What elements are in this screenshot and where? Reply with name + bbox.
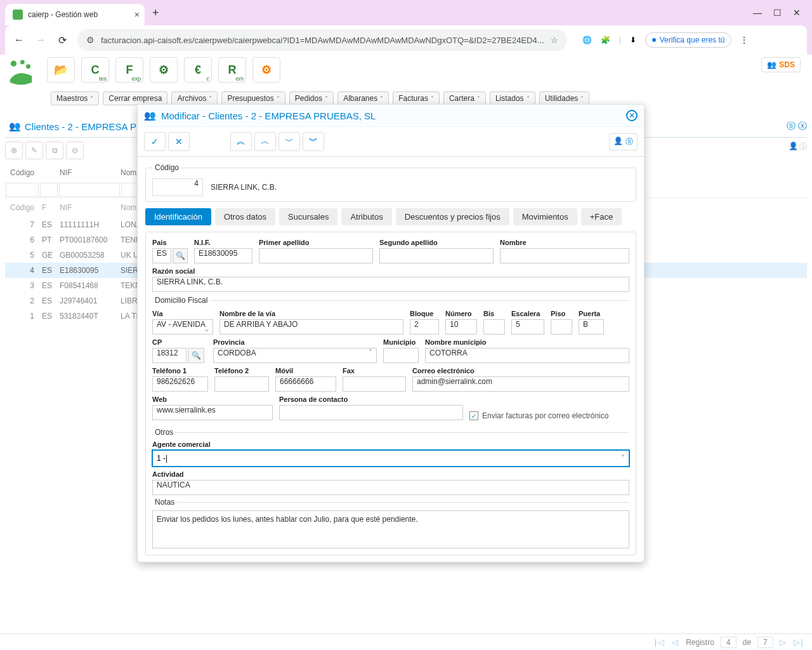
menu-facturas[interactable]: Facturas˅ xyxy=(393,91,440,105)
primer-apellido-input[interactable] xyxy=(259,248,373,263)
filter-pais[interactable] xyxy=(40,183,58,197)
maximize-icon[interactable]: ☐ xyxy=(773,8,782,18)
enviar-facturas-checkbox[interactable]: ✓Enviar facturas por correo electrónico xyxy=(469,411,608,420)
add-button[interactable]: ⊕ xyxy=(5,142,23,159)
url-bar[interactable]: ⚙ facturacion.api-caisoft.es/caierpweb/c… xyxy=(77,29,567,51)
municipio-input[interactable] xyxy=(383,348,419,363)
edit-button[interactable]: ✎ xyxy=(25,142,43,159)
numero-input[interactable]: 10 xyxy=(445,319,477,335)
cancel-button[interactable]: ✕ xyxy=(168,132,190,151)
via-select[interactable]: AV - AVENIDA˅ xyxy=(152,319,213,335)
app-logo-icon[interactable] xyxy=(5,57,37,88)
tab-sucursales[interactable]: Sucursales xyxy=(279,208,337,225)
tab-otros-datos[interactable]: Otros datos xyxy=(215,208,275,225)
download-icon[interactable]: ⬇ xyxy=(630,36,636,44)
kebab-menu-icon[interactable]: ⋮ xyxy=(740,36,748,44)
escalera-input[interactable]: 5 xyxy=(511,319,544,335)
movil-input[interactable]: 66666666 xyxy=(275,376,336,392)
ctes-button[interactable]: Ctes xyxy=(81,57,109,83)
web-input[interactable]: www.sierralink.es xyxy=(152,405,273,420)
close-window-icon[interactable]: ✕ xyxy=(793,8,801,18)
provincia-select[interactable]: CORDOBA˅ xyxy=(213,348,377,363)
piso-input[interactable] xyxy=(551,319,572,335)
tab-atributos[interactable]: Atributos xyxy=(341,208,391,225)
minimize-icon[interactable]: — xyxy=(753,8,762,18)
puerta-input[interactable]: B xyxy=(579,319,604,335)
razon-social-input[interactable]: SIERRA LINK, C.B. xyxy=(152,277,629,292)
menu-maestros[interactable]: Maestros˅ xyxy=(51,91,99,105)
last-button[interactable]: ︾ xyxy=(303,132,324,151)
tab--face[interactable]: +Face xyxy=(581,208,622,225)
tab-identificaci-n[interactable]: Identificación xyxy=(145,208,211,225)
reload-button[interactable]: ⟳ xyxy=(56,34,69,46)
close-bg-icon[interactable]: ⓧ xyxy=(798,121,807,132)
dialog-close-button[interactable]: ✕ xyxy=(626,110,638,121)
menu-archivos[interactable]: Archivos˅ xyxy=(171,91,218,105)
notas-textarea[interactable]: Enviar los pedidos los lunes, antes habl… xyxy=(152,510,629,548)
dialog-sds-badge[interactable]: 👤ⓢ xyxy=(609,133,638,150)
cp-search-button[interactable]: 🔍 xyxy=(188,348,204,363)
sds-small-icon[interactable]: ⓢ xyxy=(787,121,796,132)
nombre-municipio-input[interactable]: COTORRA xyxy=(425,348,629,363)
first-button[interactable]: ︽ xyxy=(230,132,252,151)
back-button[interactable]: ← xyxy=(13,34,25,46)
separator: | xyxy=(619,36,621,44)
bis-input[interactable] xyxy=(483,319,505,335)
menu-pedidos[interactable]: Pedidos˅ xyxy=(289,91,334,105)
extensions-icon[interactable]: 🧩 xyxy=(601,36,610,44)
config-button[interactable]: ⚙ xyxy=(252,57,280,83)
filter-codigo[interactable] xyxy=(6,183,39,197)
rem-button[interactable]: Rem xyxy=(218,57,246,83)
nif-input[interactable]: E18630095 xyxy=(194,248,252,263)
fexp-button[interactable]: Fexp xyxy=(115,57,143,83)
euro-button[interactable]: €c xyxy=(184,57,212,83)
prev-button[interactable]: ︿ xyxy=(254,132,276,151)
filter-nif[interactable] xyxy=(59,183,120,197)
open-button[interactable]: 📂 xyxy=(47,57,75,83)
pais-search-button[interactable]: 🔍 xyxy=(173,248,188,263)
nav-next-icon[interactable]: ▷ xyxy=(780,637,787,647)
pais-input[interactable]: ES xyxy=(152,248,171,263)
star-icon[interactable]: ☆ xyxy=(551,36,558,45)
menu-utilidades[interactable]: Utilidades˅ xyxy=(539,91,590,105)
nombre-via-input[interactable]: DE ARRIBA Y ABAJO xyxy=(219,319,403,335)
delete-button[interactable]: ⊖ xyxy=(66,142,84,159)
telefono1-input[interactable]: 986262626 xyxy=(152,376,208,392)
menu-listados[interactable]: Listados˅ xyxy=(490,91,535,105)
browser-tab[interactable]: caierp - Gestión web × xyxy=(5,4,145,25)
correo-input[interactable]: admin@sierralink.com xyxy=(412,376,629,392)
telefono2-input[interactable] xyxy=(214,376,269,392)
tab-descuentos-y-precios-fijos[interactable]: Descuentos y precios fijos xyxy=(396,208,509,225)
contacto-input[interactable] xyxy=(279,405,463,420)
actividad-input[interactable]: NAUTICA xyxy=(152,480,629,495)
tab-close-icon[interactable]: × xyxy=(134,10,140,20)
cp-input[interactable]: 18312 xyxy=(152,348,187,363)
forward-button[interactable]: → xyxy=(34,34,47,46)
dialog-toolbar: ✓ ✕ ︽ ︿ ﹀ ︾ 👤ⓢ xyxy=(138,127,644,157)
menu-presupuestos[interactable]: Presupuestos˅ xyxy=(221,91,285,105)
nav-first-icon[interactable]: |◁ xyxy=(655,637,665,647)
fax-input[interactable] xyxy=(343,376,406,392)
menu-albaranes[interactable]: Albaranes˅ xyxy=(337,91,389,105)
bloque-input[interactable]: 2 xyxy=(410,319,439,335)
agente-select[interactable]: 1 -|˅ xyxy=(152,450,629,467)
segundo-apellido-input[interactable] xyxy=(379,248,494,263)
site-settings-icon[interactable]: ⚙ xyxy=(86,35,95,45)
url-text: facturacion.api-caisoft.es/caierpweb/cai… xyxy=(101,36,544,45)
code-input[interactable]: 4 xyxy=(152,178,203,196)
copy-button[interactable]: ⧉ xyxy=(46,142,63,159)
next-button[interactable]: ﹀ xyxy=(278,132,300,151)
menu-cartera[interactable]: Cartera˅ xyxy=(443,91,486,105)
sds-badge[interactable]: 👥SDS xyxy=(761,57,801,72)
verify-pill[interactable]: Verifica que eres tú xyxy=(645,32,732,48)
nav-prev-icon[interactable]: ◁ xyxy=(672,637,679,647)
tab-movimientos[interactable]: Movimientos xyxy=(513,208,577,225)
people-icon: 👥 xyxy=(9,121,21,132)
menu-cerrar-empresa[interactable]: Cerrar empresa xyxy=(103,91,167,105)
new-tab-button[interactable]: + xyxy=(152,6,159,20)
settings-button[interactable]: ⚙ xyxy=(150,57,178,83)
extension-globe-icon[interactable]: 🌐 xyxy=(582,36,592,44)
accept-button[interactable]: ✓ xyxy=(144,132,166,151)
nav-last-icon[interactable]: ▷| xyxy=(794,637,804,647)
nombre-input[interactable] xyxy=(500,248,629,263)
